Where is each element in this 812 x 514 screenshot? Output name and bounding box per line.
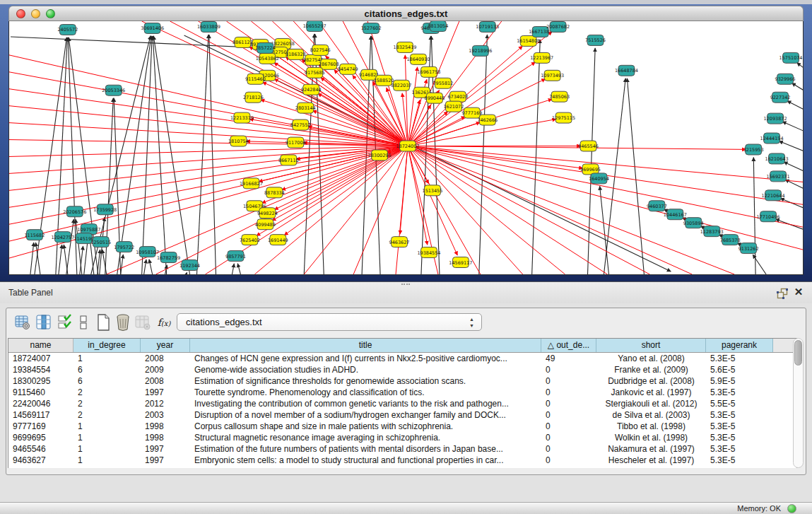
graph-node[interactable]: 12213319 <box>230 112 254 123</box>
black-edge[interactable] <box>787 101 803 113</box>
graph-node[interactable]: 9175685 <box>305 67 325 78</box>
graph-node[interactable]: 9305894 <box>683 218 704 228</box>
black-edge[interactable] <box>782 122 803 134</box>
graph-node[interactable]: 16648784 <box>615 65 638 76</box>
graph-node[interactable]: 11283793 <box>700 226 724 237</box>
black-edge[interactable] <box>588 48 596 274</box>
graph-node[interactable]: 7857224 <box>255 42 276 53</box>
graph-node[interactable]: 8027546 <box>310 45 331 55</box>
graph-node[interactable]: 8454749 <box>338 64 358 74</box>
close-icon[interactable]: ✕ <box>793 286 804 298</box>
graph-node[interactable]: 20206576 <box>63 206 86 217</box>
black-edge[interactable] <box>600 186 609 274</box>
graph-node[interactable]: 10973493 <box>541 70 564 81</box>
select-columns-icon[interactable] <box>56 313 74 332</box>
graph-node[interactable]: 9460377 <box>647 201 667 211</box>
graph-node[interactable]: 7515526 <box>585 35 606 45</box>
black-edge[interactable] <box>532 40 541 274</box>
graph-node[interactable]: 7485063 <box>549 91 570 102</box>
graph-node[interactable]: 20053346 <box>102 85 125 95</box>
network-window-titlebar[interactable]: citations_edges.txt <box>8 6 804 21</box>
table-row[interactable]: 1830029562008Estimation of significance … <box>8 375 796 387</box>
float-window-icon[interactable] <box>776 288 789 299</box>
black-edge[interactable] <box>153 36 189 274</box>
graph-node[interactable]: 15692371 <box>767 171 790 182</box>
graph-node[interactable]: 1192344 <box>180 260 200 271</box>
black-edge[interactable] <box>197 35 208 274</box>
table-row[interactable]: 1456911722003Disruption of a novel membe… <box>8 409 796 421</box>
graph-node[interactable]: 9227342 <box>770 92 791 103</box>
graph-node[interactable]: 1513455 <box>423 185 443 196</box>
graph-node[interactable]: 12093872 <box>764 113 787 124</box>
column-header-name[interactable]: name <box>8 339 73 352</box>
black-edge[interactable] <box>64 245 68 274</box>
graph-node[interactable]: 12210644 <box>762 190 785 201</box>
table-row[interactable]: 977716911998Corpus callosum shape and si… <box>8 421 796 432</box>
column-header-year[interactable]: year <box>141 339 190 352</box>
red-edge-ray[interactable] <box>408 146 803 250</box>
table-row[interactable]: 1938455462009Genome-wide association stu… <box>8 364 796 375</box>
graph-node[interactable]: 2803144 <box>295 103 316 113</box>
column-header-pagerank[interactable]: pagerank <box>706 339 773 352</box>
red-edge[interactable] <box>274 79 408 146</box>
graph-node[interactable]: 18325419 <box>394 42 417 52</box>
graph-node[interactable]: 17710496 <box>757 211 780 222</box>
delete-table-icon[interactable] <box>114 313 132 332</box>
column-header-in_degree[interactable]: in_degree <box>73 339 141 352</box>
row-height-icon[interactable] <box>74 313 93 332</box>
red-edge[interactable] <box>400 146 408 235</box>
graph-node[interactable]: 8813054 <box>428 21 449 31</box>
black-edge[interactable] <box>237 264 240 274</box>
graph-node[interactable]: 16961758 <box>417 66 440 77</box>
black-edge[interactable] <box>627 78 644 274</box>
graph-node[interactable]: 7955812 <box>433 78 453 88</box>
graph-node[interactable]: 6734028 <box>447 91 468 102</box>
black-edge[interactable] <box>153 36 166 274</box>
table-row[interactable]: 1872400712008Changes of HCN gene express… <box>8 353 796 364</box>
table-row[interactable]: 969969511998Structural magnetic resonanc… <box>8 432 796 443</box>
graph-node[interactable]: 9465546 <box>578 141 599 151</box>
table-settings-icon[interactable] <box>13 313 32 332</box>
graph-node[interactable]: 10719135 <box>476 21 499 32</box>
scrollbar-thumb[interactable] <box>794 340 802 366</box>
graph-node[interactable]: 8427552 <box>290 119 311 130</box>
column-header-short[interactable]: short <box>596 339 706 352</box>
graph-node[interactable]: 2405572 <box>57 24 78 35</box>
graph-node[interactable]: 17359928 <box>93 204 117 215</box>
graph-node[interactable]: 9857791 <box>225 251 246 262</box>
column-header-title[interactable]: title <box>190 339 541 352</box>
table-row[interactable]: 2242004622012Investigating the contribut… <box>8 398 796 409</box>
memory-ok-led-icon[interactable] <box>787 504 796 513</box>
graph-node[interactable]: 1527602 <box>361 23 382 33</box>
red-edge[interactable] <box>408 146 746 150</box>
graph-node[interactable]: 12042757 <box>51 232 74 243</box>
graph-node[interactable]: 3215953 <box>743 144 764 155</box>
black-edge[interactable] <box>780 199 803 211</box>
graph-node[interactable]: 8878334 <box>264 187 285 198</box>
black-edge[interactable] <box>209 35 216 274</box>
graph-node[interactable]: 16033809 <box>197 21 220 32</box>
network-graph-canvas[interactable]: 1872400788611238912955182260589827508105… <box>8 21 804 275</box>
graph-node[interactable]: 1621072 <box>443 101 464 112</box>
black-edge[interactable] <box>144 259 146 274</box>
black-edge[interactable] <box>753 255 766 274</box>
graph-node[interactable]: 8822037 <box>392 80 412 90</box>
table-row[interactable]: 911546021997Tourette syndrome. Phenomeno… <box>8 387 796 398</box>
black-edge[interactable] <box>149 259 153 274</box>
black-edge[interactable] <box>121 255 124 274</box>
graph-node[interactable]: 30691406 <box>141 23 164 33</box>
table-selector-dropdown[interactable]: citations_edges.txt ▲▼ <box>177 313 482 331</box>
black-edge[interactable] <box>779 141 803 154</box>
graph-node[interactable]: 8990448 <box>425 93 445 103</box>
graph-node[interactable]: 20087682 <box>546 21 570 32</box>
graph-node[interactable]: 12213967 <box>530 52 553 63</box>
graph-node[interactable]: 9115460 <box>245 74 266 84</box>
black-edge[interactable] <box>30 243 34 274</box>
function-builder-icon[interactable]: f(x) <box>155 313 173 332</box>
graph-node[interactable]: 19384554 <box>417 247 440 258</box>
graph-node[interactable]: 8667110 <box>278 155 299 165</box>
graph-node[interactable]: 14569117 <box>449 257 472 268</box>
delete-column-icon[interactable] <box>134 313 152 332</box>
graph-node[interactable]: 18300295 <box>368 150 392 160</box>
black-edge[interactable] <box>105 98 113 274</box>
